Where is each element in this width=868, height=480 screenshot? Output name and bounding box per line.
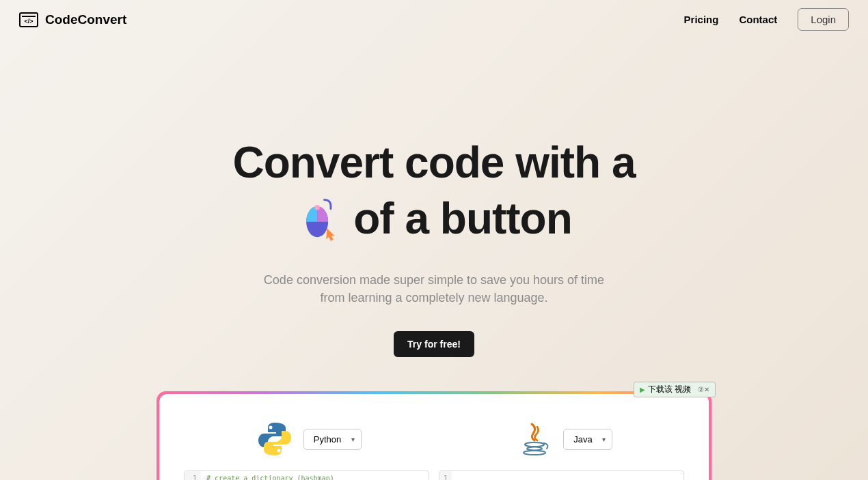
code-window-icon: </> [19,12,38,27]
svg-point-6 [524,451,545,455]
python-icon [256,420,294,458]
nav-pricing[interactable]: Pricing [684,14,719,25]
close-badge-icon[interactable]: ②✕ [698,386,709,393]
play-icon: ▶ [640,386,645,393]
logo[interactable]: </> CodeConvert [19,12,126,27]
svg-point-3 [277,449,280,453]
login-button[interactable]: Login [798,8,849,31]
java-icon [515,420,554,458]
editors-row: 1 2▸ 3 4 5 6 # create a dictionary (hash… [178,470,690,480]
header: </> CodeConvert Pricing Contact Login [0,0,868,39]
source-code: # create a dictionary (hashmap) d = { "E… [201,471,429,480]
hero-section: Convert code with a of a button Code con… [0,39,868,357]
svg-point-4 [525,442,544,447]
svg-point-1 [315,206,321,211]
download-video-badge[interactable]: ▶ 下载该 视频 ②✕ [634,382,716,397]
svg-point-2 [269,426,272,429]
target-editor[interactable]: 1 [439,470,684,480]
source-language-select[interactable]: Python [303,429,362,450]
target-language-group: Java [515,420,612,458]
hero-subtitle: Code conversion made super simple to sav… [0,271,868,307]
hero-title: Convert code with a of a button [0,138,868,244]
target-code [452,471,683,480]
hero-title-line1: Convert code with a [232,138,635,187]
target-language-select[interactable]: Java [563,429,612,450]
line-numbers-right: 1 [439,471,452,480]
line-numbers-left: 1 2▸ 3 4 5 6 [185,471,201,480]
source-language-group: Python [256,420,362,458]
svg-point-5 [527,447,542,451]
source-editor[interactable]: 1 2▸ 3 4 5 6 # create a dictionary (hash… [184,470,429,480]
language-selector-row: Python [178,420,690,458]
nav-contact[interactable]: Contact [739,14,777,25]
hero-title-line2-suffix: of a button [353,194,572,244]
try-free-button[interactable]: Try for free! [394,331,474,357]
demo-panel: ▶ 下载该 视频 ②✕ Python [157,391,711,480]
nav: Pricing Contact Login [684,8,849,31]
mouse-click-icon [296,196,341,241]
brand-name: CodeConvert [45,12,126,27]
